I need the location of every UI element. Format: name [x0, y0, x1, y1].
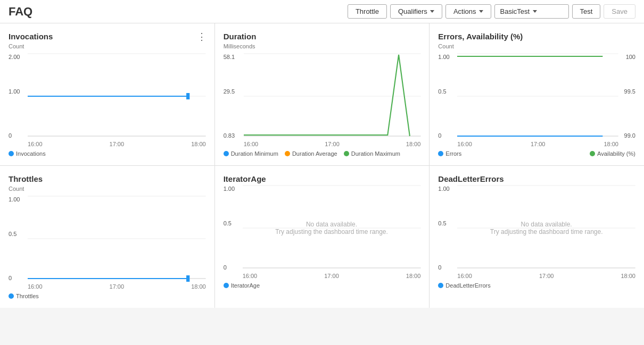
iterator-dot [224, 283, 229, 288]
legend-duration-avg: Duration Average [285, 150, 337, 157]
duration-subtitle: Milliseconds [224, 43, 421, 49]
dur-min-dot [224, 151, 229, 156]
errors-subtitle: Count [438, 43, 635, 49]
dur-y-top: 58.1 [224, 54, 235, 60]
throttles-svg [28, 196, 206, 281]
duration-chart: 58.1 29.5 0.83 16:00 17 [224, 54, 421, 147]
throttles-chart: 1.00 0.5 0 16:00 17:00 [9, 196, 206, 290]
throttles-x-axis: 16:00 17:00 18:00 [28, 283, 206, 290]
err-y-top: 1.00 [438, 54, 449, 60]
page-title: FAQ [9, 5, 348, 19]
invocations-card: ⋮ Invocations Count 2.00 1.00 0 [0, 23, 214, 165]
availability-dot [590, 151, 595, 156]
duration-legend: Duration Minimum Duration Average Durati… [224, 150, 421, 157]
header: FAQ Throttle Qualifiers Actions BasicTes… [0, 0, 644, 23]
legend-item-invocations: Invocations [9, 150, 46, 157]
iterator-title: IteratorAge [224, 174, 421, 183]
test-button[interactable]: Test [572, 4, 601, 19]
iterator-legend: IteratorAge [224, 282, 421, 289]
invocations-x-axis: 16:00 17:00 18:00 [28, 141, 206, 147]
throttles-subtitle: Count [9, 186, 206, 192]
save-button: Save [604, 4, 635, 19]
legend-duration-max: Duration Maximum [344, 150, 400, 157]
legend-dead-letter: DeadLetterErrors [438, 282, 490, 289]
env-selector[interactable]: BasicTest [494, 4, 569, 19]
throttles-dot [9, 293, 14, 299]
env-chevron-icon [533, 10, 537, 13]
invocations-legend-dot [9, 151, 14, 156]
iterator-chart: 1.00 0.5 0 No data available. Try adjust… [224, 186, 421, 279]
dashboard: ⋮ Invocations Count 2.00 1.00 0 [0, 23, 644, 308]
err-y-bot: 0 [438, 132, 441, 139]
y-label-bot: 0 [9, 132, 12, 139]
svg-rect-17 [186, 275, 189, 282]
header-controls: Throttle Qualifiers Actions BasicTest Te… [348, 4, 635, 19]
dead-letter-card: DeadLetterErrors 1.00 0.5 0 No data avai… [430, 166, 644, 308]
invocations-subtitle: Count [9, 43, 206, 49]
errors-title: Errors, Availability (%) [438, 32, 635, 41]
duration-card: Duration Milliseconds 58.1 29.5 0.83 [215, 23, 430, 165]
dead-letter-no-data: No data available. Try adjusting the das… [490, 186, 603, 271]
errors-svg [457, 54, 618, 139]
qualifiers-button[interactable]: Qualifiers [390, 4, 442, 19]
svg-rect-4 [186, 93, 189, 99]
dur-y-mid: 29.5 [224, 88, 235, 95]
iterator-x-axis: 16:00 17:00 18:00 [243, 273, 421, 279]
errors-dot [438, 151, 443, 156]
invocations-chart: 2.00 1.00 0 16:00 [9, 54, 206, 147]
duration-title: Duration [224, 32, 421, 41]
invocations-menu-icon[interactable]: ⋮ [197, 31, 207, 43]
errors-chart: 1.00 0.5 0 100 [438, 54, 635, 147]
y-label-mid: 1.00 [9, 88, 20, 95]
legend-errors: Errors [438, 150, 461, 157]
throttles-title: Throttles [9, 174, 206, 183]
iterator-age-card: IteratorAge 1.00 0.5 0 No data available… [215, 166, 430, 308]
legend-availability: Availability (%) [590, 150, 635, 157]
throttle-button[interactable]: Throttle [348, 4, 387, 19]
actions-button[interactable]: Actions [445, 4, 491, 19]
legend-iterator: IteratorAge [224, 282, 260, 289]
throttles-legend: Throttles [9, 293, 206, 299]
dur-avg-dot [285, 151, 290, 156]
qualifiers-chevron-icon [430, 10, 434, 13]
legend-throttles: Throttles [9, 293, 39, 299]
errors-legend: Errors Availability (%) [438, 150, 635, 157]
errors-x-axis: 16:00 17:00 18:00 [457, 141, 618, 147]
invocations-svg [28, 54, 206, 139]
actions-chevron-icon [479, 10, 483, 13]
legend-duration-min: Duration Minimum [224, 150, 278, 157]
dead-letter-chart: 1.00 0.5 0 No data available. Try adjust… [438, 186, 635, 279]
iterator-no-data: No data available. Try adjusting the das… [275, 186, 388, 271]
dead-letter-dot [438, 283, 443, 288]
dead-letter-title: DeadLetterErrors [438, 174, 635, 183]
dur-max-dot [344, 151, 349, 156]
throttles-card: Throttles Count 1.00 0.5 0 [0, 166, 214, 308]
err-y-mid: 0.5 [438, 88, 446, 95]
dur-y-bot: 0.83 [224, 132, 235, 139]
invocations-legend: Invocations [9, 150, 206, 157]
errors-card: Errors, Availability (%) Count 1.00 0.5 … [430, 23, 644, 165]
dead-letter-x-axis: 16:00 17:00 18:00 [457, 273, 635, 279]
dead-letter-legend: DeadLetterErrors [438, 282, 635, 289]
y-label-top: 2.00 [9, 54, 20, 60]
duration-x-axis: 16:00 17:00 18:00 [244, 141, 421, 147]
duration-svg [244, 54, 421, 139]
invocations-title: Invocations [9, 32, 206, 41]
